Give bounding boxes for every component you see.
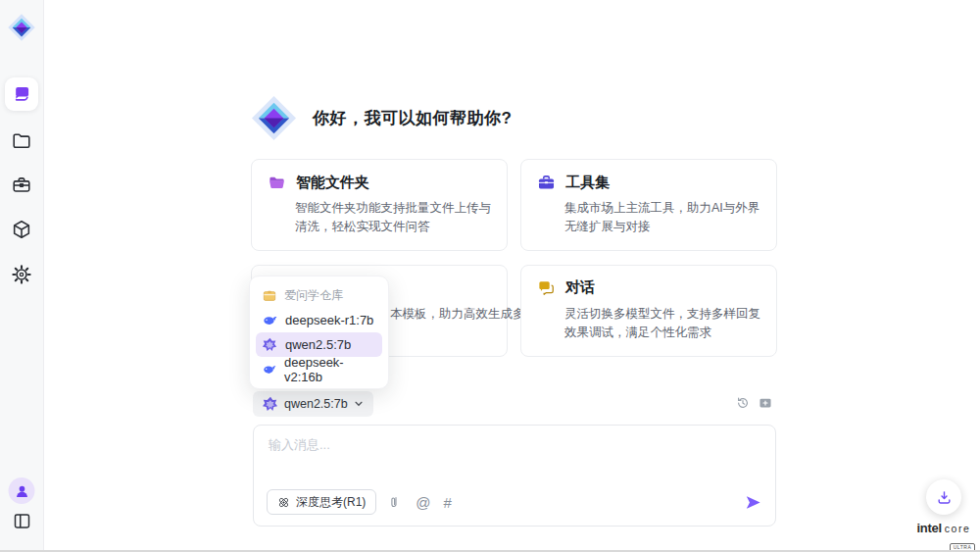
card-title: 对话 (565, 278, 595, 297)
attach-button[interactable] (389, 495, 403, 510)
intel-logo-text: intel (916, 521, 941, 535)
model-selector-label: qwen2.5:7b (284, 397, 348, 411)
app-logo-diamond (6, 12, 37, 43)
history-button[interactable] (736, 396, 750, 410)
gear-icon (11, 264, 32, 285)
card-title: 工具集 (565, 174, 610, 192)
card-description: 集成市场上主流工具，助力AI与外界无缝扩展与对接 (564, 199, 760, 237)
download-icon (936, 489, 953, 506)
card-dialog[interactable]: 对话 灵活切换多模型文件，支持多样回复效果调试，满足个性化需求 (520, 265, 777, 357)
new-chat-button[interactable] (759, 396, 772, 410)
model-option-label: qwen2.5:7b (285, 337, 351, 352)
briefcase-icon (11, 175, 32, 196)
model-dropdown-header: 爱问学仓库 (256, 283, 382, 308)
dialog-icon (537, 278, 556, 297)
composer-toolbar: 深度思考(R1) @ # (267, 489, 762, 515)
deep-think-toggle[interactable]: 深度思考(R1) (267, 489, 376, 515)
history-icon (736, 396, 750, 410)
paperclip-icon (389, 495, 403, 510)
page-title: 你好，我可以如何帮助你? (313, 107, 512, 129)
card-smart-folder[interactable]: 智能文件夹 智能文件夹功能支持批量文件上传与清洗，轻松实现文件问答 (251, 159, 508, 251)
smart-folder-icon (268, 174, 286, 192)
deepseek-icon (263, 313, 277, 327)
mention-button[interactable]: @ (416, 495, 430, 510)
message-composer: 深度思考(R1) @ # (253, 425, 776, 527)
message-input[interactable] (267, 434, 741, 481)
chat-bubble-icon (12, 84, 31, 104)
qwen-icon (263, 337, 277, 352)
model-option-deepseek-r1[interactable]: deepseek-r1:7b (256, 308, 382, 332)
model-option-deepseek-v2[interactable]: deepseek-v2:16b (256, 357, 382, 381)
intel-core-text: core (945, 523, 971, 534)
new-chat-icon (759, 396, 772, 410)
send-icon (744, 493, 762, 512)
qwen-icon (263, 396, 278, 412)
deepseek-icon (263, 362, 276, 376)
sidebar-item-models[interactable] (7, 215, 36, 244)
model-option-label: deepseek-v2:16b (284, 355, 375, 384)
model-dropdown: 爱问学仓库 deepseek-r1:7b qwen2.5:7b deepseek… (249, 276, 389, 389)
repo-icon (263, 289, 276, 303)
card-title: 智能文件夹 (296, 174, 369, 192)
sidebar-item-chat[interactable] (5, 77, 38, 111)
cube-icon (11, 219, 32, 240)
send-button[interactable] (744, 493, 762, 512)
chat-actions (736, 396, 772, 410)
sidebar-item-folders[interactable] (7, 126, 36, 156)
sidebar-item-profile[interactable] (9, 477, 35, 504)
deep-think-label: 深度思考(R1) (296, 494, 366, 511)
card-toolset[interactable]: 工具集 集成市场上主流工具，助力AI与外界无缝扩展与对接 (520, 159, 777, 251)
app-logo-diamond (251, 95, 297, 141)
chevron-down-icon (354, 399, 364, 409)
model-option-qwen[interactable]: qwen2.5:7b (256, 332, 382, 357)
model-selector-button[interactable]: qwen2.5:7b (253, 391, 373, 417)
folder-icon (11, 130, 32, 152)
intel-core-badge: intel core ULTRA (907, 521, 980, 552)
sidebar-item-toolbox[interactable] (7, 171, 36, 200)
user-avatar-icon (14, 483, 29, 499)
panel-toggle-icon (12, 511, 32, 531)
card-description: 灵活切换多模型文件，支持多样回复效果调试，满足个性化需求 (564, 305, 760, 343)
topic-button[interactable]: # (444, 495, 452, 510)
model-option-label: deepseek-r1:7b (285, 313, 373, 327)
download-button[interactable] (926, 479, 961, 515)
sidebar-item-settings[interactable] (7, 260, 36, 289)
model-dropdown-header-label: 爱问学仓库 (284, 287, 343, 304)
card-description: 智能文件夹功能支持批量文件上传与清洗，轻松实现文件问答 (295, 199, 491, 237)
toolset-icon (537, 174, 556, 192)
sidebar-item-collapse[interactable] (7, 506, 36, 535)
greeting: 你好，我可以如何帮助你? (251, 95, 512, 141)
atom-icon (277, 496, 290, 509)
sidebar (0, 0, 44, 552)
